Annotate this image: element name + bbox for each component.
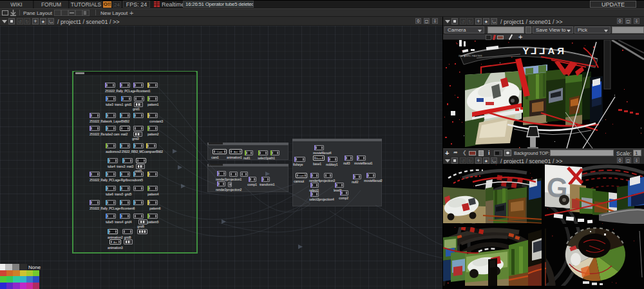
svg-text:Wm ▮WRC FASTER: Wm ▮WRC FASTER	[459, 54, 482, 57]
svg-text:RALLY: RALLY	[520, 45, 564, 56]
